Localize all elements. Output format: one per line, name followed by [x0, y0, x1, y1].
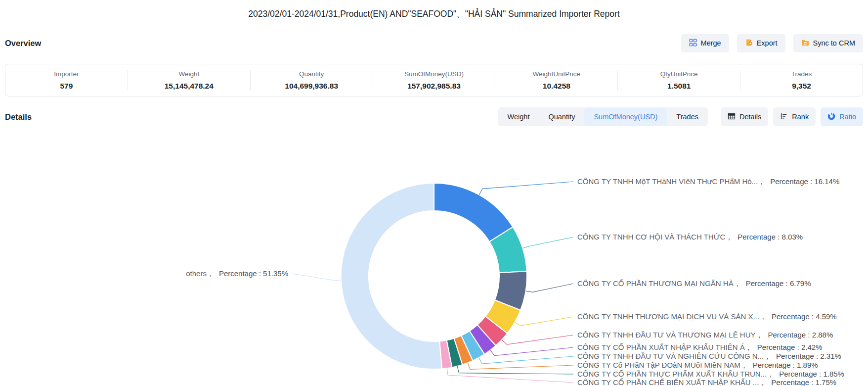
stat-quantity: Quantity 104,699,936.83 — [250, 70, 373, 91]
details-bar: Details Weight Quantity SumOfMoney(USD) … — [5, 107, 863, 126]
slice-label-4: CÔNG TY TNHH ĐẦU TƯ VÀ THƯƠNG MẠI LÊ HUY… — [577, 331, 833, 339]
overview-stats-card: Importer 579 Weight 15,145,478.24 Quanti… — [5, 64, 863, 96]
slice-label-9: CÔNG TY CỔ PHẦN CHẾ BIẾN XUẤT NHẬP KHẨU … — [577, 378, 836, 386]
export-button[interactable]: Export — [737, 34, 785, 52]
slice-leader-line-2 — [526, 284, 573, 292]
stat-qty-unit-price: QtyUnitPrice 1.5081 — [617, 70, 740, 91]
metric-tabs: Weight Quantity SumOfMoney(USD) Trades — [498, 107, 708, 126]
ratio-view-button-label: Ratio — [839, 113, 856, 121]
slice-label-6: CÔNG TY TNHH ĐẦU TƯ VÀ NGHIÊN CỨU CÔNG N… — [577, 352, 841, 360]
slice-label-2: CÔNG TY CỔ PHẦN THƯƠNG MẠI NGÂN HÀ，Perce… — [577, 279, 811, 288]
stat-label: Trades — [740, 70, 863, 78]
stat-value: 579 — [5, 82, 128, 91]
slice-leader-line-3 — [515, 317, 573, 326]
sync-to-crm-button-label: Sync to CRM — [813, 39, 855, 47]
stat-label: SumOfMoney(USD) — [373, 70, 495, 78]
view-buttons: Details Rank Ratio — [721, 107, 863, 126]
stat-label: Weight — [128, 70, 250, 78]
slice-leader-line-10 — [292, 274, 341, 281]
overview-bar: Overview Merge Export Sync to CRM — [5, 33, 863, 53]
merge-grid-icon — [689, 39, 697, 48]
details-heading: Details — [5, 112, 32, 122]
donut-slice-10[interactable] — [341, 183, 442, 369]
tab-weight[interactable]: Weight — [498, 107, 539, 126]
stat-trades: Trades 9,352 — [740, 70, 863, 91]
stat-label: QtyUnitPrice — [618, 70, 740, 78]
slice-label-1: CÔNG TY TNHH CƠ HỘI VÀ THÁCH THỨC，Percen… — [577, 233, 803, 241]
slice-label-0: CÔNG TY TNHH MộT THàNH VIêN THựC PHẩM Hò… — [577, 177, 839, 186]
stat-value: 9,352 — [740, 82, 863, 91]
export-button-label: Export — [757, 39, 778, 47]
tab-sumofmoney-usd[interactable]: SumOfMoney(USD) — [584, 107, 667, 126]
stat-label: WeightUnitPrice — [495, 70, 617, 78]
stat-value: 15,145,478.24 — [128, 82, 250, 91]
slice-leader-line-5 — [490, 347, 573, 356]
rank-icon — [780, 112, 788, 122]
slice-leader-line-1 — [522, 237, 573, 248]
stat-weight-unit-price: WeightUnitPrice 10.4258 — [495, 70, 617, 91]
tab-trades[interactable]: Trades — [667, 107, 708, 126]
slice-leader-line-0 — [479, 182, 573, 195]
tab-quantity[interactable]: Quantity — [539, 107, 584, 126]
details-view-button[interactable]: Details — [721, 107, 768, 126]
rank-view-button-label: Rank — [792, 113, 809, 121]
export-file-icon — [745, 39, 753, 48]
overview-heading: Overview — [5, 39, 41, 48]
slice-label-10: others，Percentage : 51.35% — [186, 269, 288, 278]
stat-label: Quantity — [251, 70, 373, 78]
importer-ratio-chart: CÔNG TY TNHH MộT THàNH VIêN THựC PHẩM Hò… — [0, 139, 868, 386]
slice-label-7: CÔNG TY Cổ PHầN TậP ĐOàN MUốI MIềN NAM，P… — [577, 361, 818, 369]
ratio-icon — [827, 112, 835, 122]
stat-value: 1.5081 — [618, 82, 740, 91]
stat-importer: Importer 579 — [5, 70, 128, 91]
sync-to-crm-button[interactable]: Sync to CRM — [793, 34, 863, 52]
table-icon — [728, 112, 736, 122]
ratio-view-button[interactable]: Ratio — [821, 107, 863, 126]
stat-value: 104,699,936.83 — [251, 82, 373, 91]
details-view-button-label: Details — [739, 113, 761, 121]
slice-label-5: CÔNG TY CỔ PHẦN XUẤT NHẬP KHẨU THIÊN Á，P… — [577, 343, 822, 351]
stat-weight: Weight 15,145,478.24 — [128, 70, 250, 91]
slice-leader-line-9 — [447, 368, 573, 383]
page-title: 2023/02/01-2024/01/31,Product(EN) AND"SE… — [248, 8, 619, 20]
slice-leader-line-4 — [502, 335, 573, 344]
stat-value: 157,902,985.83 — [373, 82, 495, 91]
donut-slice-0[interactable] — [434, 183, 513, 241]
stat-label: Importer — [5, 70, 128, 78]
sync-folder-icon — [801, 39, 809, 48]
report-header: 2023/02/01-2024/01/31,Product(EN) AND"SE… — [0, 0, 868, 28]
merge-button[interactable]: Merge — [681, 34, 729, 52]
stat-sum-of-money: SumOfMoney(USD) 157,902,985.83 — [373, 70, 495, 91]
overview-actions: Merge Export Sync to CRM — [681, 34, 863, 52]
slice-leader-line-6 — [479, 356, 574, 364]
rank-view-button[interactable]: Rank — [773, 107, 816, 126]
donut-chart-svg: CÔNG TY TNHH MộT THàNH VIêN THựC PHẩM Hò… — [0, 139, 868, 386]
merge-button-label: Merge — [701, 39, 721, 47]
slice-label-3: CÔNG TY TNHH THƯƠNG MẠI DỊCH VỤ VÀ SẢN X… — [577, 312, 837, 321]
slice-label-8: CÔNG TY CỔ PHẦN THỰC PHẨM XUẤT KHẨU TRUN… — [577, 370, 844, 378]
stat-value: 10.4258 — [495, 82, 617, 91]
